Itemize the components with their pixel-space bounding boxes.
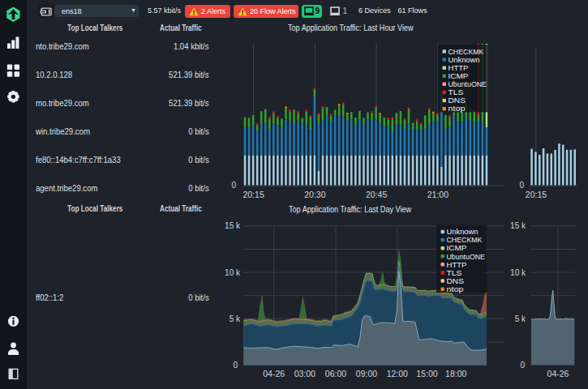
svg-text:20:30: 20:30 xyxy=(304,190,325,199)
svg-text:18:00: 18:00 xyxy=(445,369,466,378)
svg-text:15 k: 15 k xyxy=(510,221,526,230)
svg-text:0: 0 xyxy=(520,361,525,370)
svg-text:15 k: 15 k xyxy=(225,221,241,230)
svg-text:12:00: 12:00 xyxy=(387,369,408,378)
svg-text:06:00: 06:00 xyxy=(325,369,346,378)
svg-text:09:00: 09:00 xyxy=(356,369,377,378)
svg-text:ntop: ntop xyxy=(447,284,464,293)
svg-text:ntop: ntop xyxy=(449,104,466,113)
svg-text:03:00: 03:00 xyxy=(294,369,315,378)
svg-text:10 k: 10 k xyxy=(510,268,526,277)
svg-text:15:00: 15:00 xyxy=(416,369,437,378)
svg-text:0: 0 xyxy=(231,181,236,190)
svg-text:0: 0 xyxy=(519,181,524,190)
svg-text:10 k: 10 k xyxy=(225,268,241,277)
svg-text:21:00: 21:00 xyxy=(427,190,449,199)
svg-text:20:45: 20:45 xyxy=(366,190,387,199)
svg-text:5 k: 5 k xyxy=(230,314,241,323)
svg-text:0: 0 xyxy=(233,361,238,370)
svg-text:20:15: 20:15 xyxy=(242,190,264,199)
svg-text:5 k: 5 k xyxy=(515,314,526,323)
svg-text:20:15: 20:15 xyxy=(526,190,547,199)
svg-text:04-26: 04-26 xyxy=(263,369,285,378)
svg-text:04-26: 04-26 xyxy=(547,369,569,378)
